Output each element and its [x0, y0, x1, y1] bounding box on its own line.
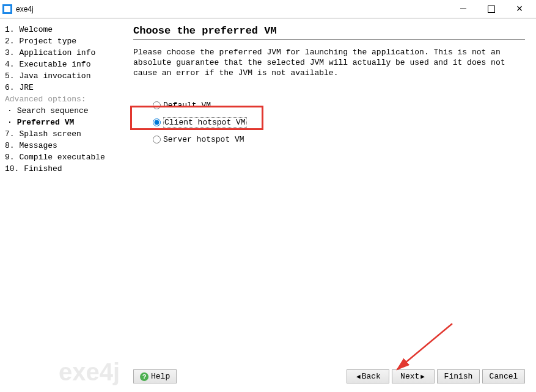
radio-client-hotspot-vm-label: Client hotspot VM — [163, 117, 247, 128]
step-welcome[interactable]: 1. Welcome — [2, 24, 126, 35]
substep-preferred-vm[interactable]: · Preferred VM — [2, 117, 126, 128]
step-jre[interactable]: 6. JRE — [2, 82, 126, 93]
step-java-invocation[interactable]: 5. Java invocation — [2, 70, 126, 82]
content-panel: Choose the preferred VM Please choose th… — [128, 19, 536, 392]
main-area: 1. Welcome 2. Project type 3. Applicatio… — [0, 18, 536, 392]
radio-default-vm-label: Default VM — [163, 101, 211, 110]
arrow-left-icon: ◀ — [356, 372, 361, 380]
step-splash-screen[interactable]: 7. Splash screen — [2, 128, 126, 140]
button-bar: ? Help ◀ Back Next ▶ Finish Cancel — [133, 366, 525, 387]
substep-search-sequence[interactable]: · Search sequence — [2, 105, 126, 117]
arrow-right-icon: ▶ — [420, 372, 425, 380]
watermark: exe4j — [59, 358, 120, 386]
sidebar: 1. Welcome 2. Project type 3. Applicatio… — [0, 19, 128, 392]
cancel-button[interactable]: Cancel — [482, 369, 525, 383]
close-button[interactable]: × — [505, 0, 534, 18]
radio-client-hotspot-vm-input[interactable] — [153, 118, 161, 126]
step-application-info[interactable]: 3. Application info — [2, 47, 126, 59]
step-list: 1. Welcome 2. Project type 3. Applicatio… — [2, 24, 126, 175]
page-description: Please choose the preferred JVM for laun… — [133, 47, 525, 78]
titlebar: exe4j × — [0, 0, 536, 18]
page-title: Choose the preferred VM — [133, 25, 525, 40]
radio-server-hotspot-vm[interactable]: Server hotspot VM — [153, 131, 525, 148]
back-button[interactable]: ◀ Back — [347, 369, 389, 383]
advanced-options-header: Advanced options: — [2, 93, 126, 105]
window-controls: × — [449, 0, 534, 18]
minimize-button[interactable] — [449, 0, 477, 18]
step-messages[interactable]: 8. Messages — [2, 140, 126, 151]
radio-default-vm[interactable]: Default VM — [153, 96, 525, 114]
window-title: exe4j — [16, 5, 449, 13]
step-compile-executable[interactable]: 9. Compile executable — [2, 151, 126, 163]
next-button[interactable]: Next ▶ — [392, 369, 435, 383]
step-finished[interactable]: 10. Finished — [2, 163, 126, 175]
step-project-type[interactable]: 2. Project type — [2, 35, 126, 47]
help-button[interactable]: ? Help — [133, 369, 177, 383]
radio-default-vm-input[interactable] — [153, 101, 161, 109]
app-icon — [2, 4, 12, 14]
step-executable-info[interactable]: 4. Executable info — [2, 59, 126, 70]
maximize-button[interactable] — [477, 0, 505, 18]
vm-radio-group: Default VM Client hotspot VM Server hots… — [133, 96, 525, 148]
radio-server-hotspot-vm-input[interactable] — [153, 136, 161, 143]
help-icon: ? — [140, 372, 149, 381]
finish-button[interactable]: Finish — [437, 369, 480, 383]
radio-server-hotspot-vm-label: Server hotspot VM — [163, 135, 244, 144]
radio-client-hotspot-vm[interactable]: Client hotspot VM — [153, 114, 525, 131]
